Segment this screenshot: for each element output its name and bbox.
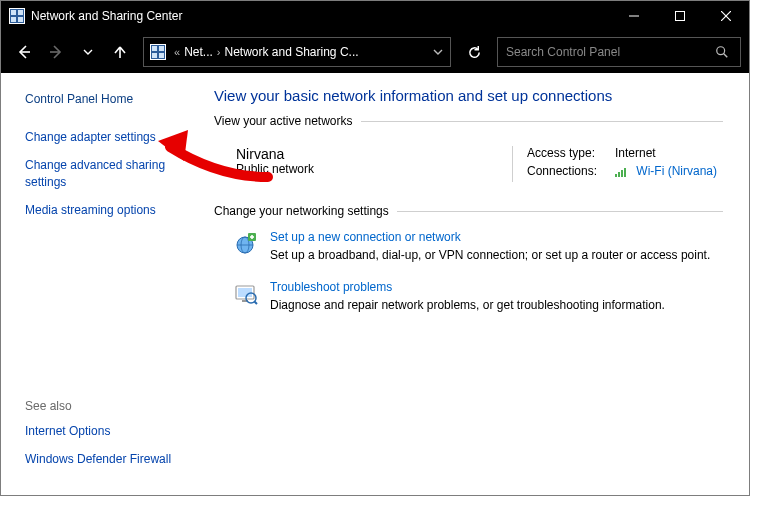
svg-rect-10 [621, 170, 623, 177]
breadcrumb-prefix: « [170, 46, 184, 58]
svg-rect-1 [676, 12, 685, 21]
page-title: View your basic network information and … [214, 87, 723, 104]
access-type-label: Access type: [527, 146, 615, 160]
back-button[interactable] [9, 37, 39, 67]
chevron-right-icon: › [213, 46, 225, 58]
search-icon[interactable] [712, 45, 732, 59]
refresh-button[interactable] [459, 37, 489, 67]
up-button[interactable] [105, 37, 135, 67]
breadcrumb[interactable]: « Net... › Network and Sharing C... [143, 37, 451, 67]
network-name: Nirvana [236, 146, 512, 162]
wifi-signal-icon [615, 166, 629, 178]
breadcrumb-dropdown[interactable] [428, 47, 448, 57]
app-icon [9, 8, 25, 24]
svg-point-6 [717, 47, 725, 55]
troubleshoot-link[interactable]: Troubleshoot problems [270, 280, 665, 294]
recent-locations-button[interactable] [73, 37, 103, 67]
divider [397, 211, 723, 212]
svg-line-7 [724, 54, 728, 58]
see-also-label: See also [25, 399, 196, 413]
svg-line-22 [255, 302, 258, 305]
access-type-value: Internet [615, 146, 656, 160]
media-streaming-options-link[interactable]: Media streaming options [25, 202, 185, 218]
troubleshoot-icon [232, 280, 260, 308]
change-advanced-sharing-link[interactable]: Change advanced sharing settings [25, 157, 185, 189]
breadcrumb-item[interactable]: Net... [184, 45, 213, 59]
windows-defender-firewall-link[interactable]: Windows Defender Firewall [25, 451, 185, 467]
svg-rect-9 [618, 172, 620, 177]
maximize-button[interactable] [657, 1, 703, 31]
active-networks-label: View your active networks [214, 114, 353, 128]
titlebar: Network and Sharing Center [1, 1, 749, 31]
window-title: Network and Sharing Center [31, 9, 611, 23]
connection-link[interactable]: Wi-Fi (Nirvana) [636, 164, 717, 178]
close-button[interactable] [703, 1, 749, 31]
network-type: Public network [236, 162, 512, 176]
troubleshoot-desc: Diagnose and repair network problems, or… [270, 298, 665, 312]
change-adapter-settings-link[interactable]: Change adapter settings [25, 129, 185, 145]
troubleshoot-option[interactable]: Troubleshoot problems Diagnose and repai… [214, 280, 723, 312]
breadcrumb-item[interactable]: Network and Sharing C... [224, 45, 358, 59]
svg-rect-8 [615, 174, 617, 177]
forward-button[interactable] [41, 37, 71, 67]
change-settings-label: Change your networking settings [214, 204, 389, 218]
divider [361, 121, 723, 122]
internet-options-link[interactable]: Internet Options [25, 423, 185, 439]
control-panel-home-link[interactable]: Control Panel Home [25, 91, 185, 107]
search-input[interactable] [506, 45, 712, 59]
svg-rect-11 [624, 168, 626, 177]
setup-connection-desc: Set up a broadband, dial-up, or VPN conn… [270, 248, 710, 262]
breadcrumb-icon [148, 42, 168, 62]
search-box[interactable] [497, 37, 741, 67]
navigation-bar: « Net... › Network and Sharing C... [1, 31, 749, 73]
setup-connection-link[interactable]: Set up a new connection or network [270, 230, 710, 244]
minimize-button[interactable] [611, 1, 657, 31]
main-panel: View your basic network information and … [206, 73, 749, 495]
setup-connection-icon [232, 230, 260, 258]
sidebar: Control Panel Home Change adapter settin… [1, 73, 206, 495]
connections-label: Connections: [527, 164, 615, 178]
setup-connection-option[interactable]: Set up a new connection or network Set u… [214, 230, 723, 262]
